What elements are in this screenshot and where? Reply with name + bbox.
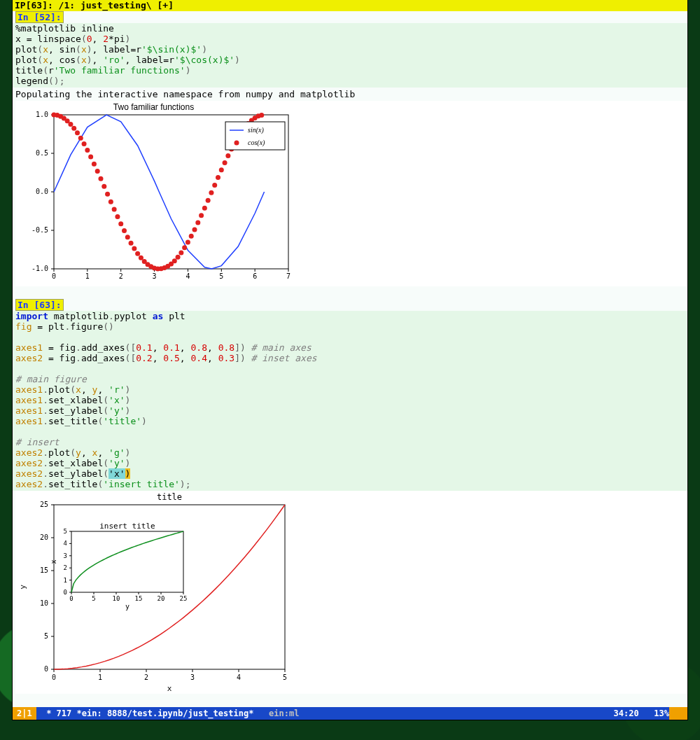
svg-point-47 [112, 207, 117, 211]
notebook-cell-2[interactable]: In [63]: import matplotlib.pyplot as plt… [13, 299, 687, 694]
svg-text:cos(x): cos(x) [248, 139, 265, 147]
cell-prompt: In [52]: [15, 11, 64, 23]
svg-text:sin(x): sin(x) [248, 126, 264, 134]
svg-point-77 [212, 183, 217, 188]
status-mode: ein:ml [269, 708, 299, 718]
svg-point-44 [102, 184, 106, 189]
status-scroll-indicator [669, 707, 687, 720]
code-line: axes1.set_ylabel('y') [15, 405, 130, 416]
svg-point-69 [186, 239, 190, 244]
svg-text:6: 6 [253, 272, 257, 280]
svg-text:y: y [18, 585, 27, 589]
svg-point-68 [182, 245, 187, 250]
svg-text:0: 0 [52, 272, 56, 280]
svg-point-66 [176, 255, 181, 260]
code-line: axes2.set_xlabel('y') [15, 458, 130, 468]
code-line: axes1.set_xlabel('x') [15, 395, 130, 405]
code-line: plot(x, sin(x), label=r'$\sin(x)$') [15, 44, 207, 55]
svg-text:insert title: insert title [99, 522, 155, 531]
svg-point-40 [88, 155, 93, 160]
svg-text:5: 5 [219, 272, 223, 280]
svg-point-76 [209, 190, 214, 195]
code-line: axes2.plot(y, x, 'g') [15, 447, 130, 458]
svg-text:2: 2 [144, 673, 148, 681]
status-cursor-pos: 34:20 [614, 708, 639, 718]
svg-point-34 [68, 122, 73, 127]
svg-point-78 [216, 175, 220, 180]
code-line: # insert [15, 437, 59, 447]
svg-text:25: 25 [40, 501, 48, 508]
svg-point-37 [78, 136, 83, 141]
code-block[interactable]: import matplotlib.pyplot as plt fig = pl… [13, 311, 687, 491]
svg-text:3: 3 [190, 673, 195, 681]
svg-text:15: 15 [40, 566, 48, 574]
svg-text:5: 5 [283, 673, 287, 681]
svg-text:0: 0 [64, 589, 67, 596]
svg-point-35 [71, 126, 76, 131]
notebook-cell-1[interactable]: In [52]: %matplotlib inline x = linspace… [13, 11, 687, 286]
svg-text:3: 3 [64, 552, 67, 559]
svg-text:4: 4 [64, 540, 67, 547]
svg-point-39 [85, 148, 90, 153]
svg-point-55 [139, 256, 144, 260]
svg-text:10: 10 [113, 595, 120, 602]
code-line: import matplotlib.pyplot as plt [15, 311, 186, 321]
svg-text:-0.5: -0.5 [31, 226, 48, 234]
code-line: # main figure [15, 374, 87, 384]
svg-text:1: 1 [85, 272, 90, 280]
code-line: axes1 = fig.add_axes([0.1, 0.1, 0.8, 0.8… [15, 342, 312, 353]
svg-text:7: 7 [286, 272, 290, 280]
svg-point-52 [129, 241, 134, 246]
code-line: x = linspace(0, 2*pi) [15, 34, 130, 44]
svg-text:Two familiar functions: Two familiar functions [113, 102, 194, 112]
svg-point-38 [82, 141, 87, 146]
svg-point-81 [225, 153, 230, 158]
svg-text:title: title [157, 492, 182, 502]
svg-text:0: 0 [44, 665, 48, 673]
svg-text:3: 3 [153, 272, 157, 280]
svg-point-51 [125, 235, 130, 239]
code-block[interactable]: %matplotlib inline x = linspace(0, 2*pi)… [13, 23, 687, 88]
svg-text:y: y [125, 603, 130, 610]
code-line: axes1.set_title('title') [15, 416, 147, 426]
svg-text:0.0: 0.0 [36, 188, 48, 195]
svg-point-41 [92, 162, 97, 167]
svg-text:25: 25 [180, 595, 188, 602]
svg-text:4: 4 [237, 673, 241, 681]
chart-two-familiar-functions: Two familiar functions01234567-1.0-0.50.… [15, 101, 292, 286]
svg-text:x: x [50, 559, 57, 564]
code-line: axes2.set_title('insert title'); [15, 479, 190, 489]
svg-text:1: 1 [98, 673, 102, 681]
svg-point-80 [223, 160, 227, 165]
svg-point-49 [118, 221, 123, 226]
status-buffer-name: *ein: 8888/test.ipynb/just_testing* [77, 708, 254, 718]
svg-point-72 [195, 221, 200, 225]
code-line: axes1.plot(x, y, 'r') [15, 384, 130, 395]
code-line: legend(); [15, 76, 64, 86]
code-line: title(r'Two familiar functions') [15, 65, 190, 76]
chart-title-inset: title0123450510152025xyinsert title05101… [15, 491, 295, 694]
code-line: fig = plt.figure() [15, 321, 114, 332]
svg-point-75 [206, 198, 211, 203]
svg-point-50 [122, 228, 127, 233]
svg-point-54 [135, 251, 140, 256]
svg-text:0: 0 [52, 673, 56, 681]
svg-text:15: 15 [135, 595, 143, 602]
svg-point-79 [219, 167, 224, 172]
svg-text:4: 4 [186, 272, 190, 280]
svg-point-42 [95, 169, 100, 174]
svg-text:1.0: 1.0 [36, 111, 48, 118]
svg-point-45 [105, 192, 110, 197]
status-bar: 2|1 * 717 *ein: 8888/test.ipynb/just_tes… [13, 707, 687, 720]
svg-text:2: 2 [64, 564, 67, 571]
svg-text:5: 5 [44, 632, 48, 640]
code-line: plot(x, cos(x), 'ro', label=r'$\cos(x)$'… [15, 55, 240, 65]
svg-text:2: 2 [119, 272, 123, 280]
svg-point-46 [108, 200, 113, 204]
svg-point-95 [234, 141, 239, 146]
svg-point-65 [172, 258, 177, 263]
cell-prompt: In [63]: [15, 299, 64, 311]
svg-text:20: 20 [40, 533, 48, 541]
code-line: axes2 = fig.add_axes([0.2, 0.5, 0.4, 0.3… [15, 353, 317, 363]
editor-window[interactable]: IP[63]: /1: just_testing\ [+] In [52]: %… [13, 0, 687, 720]
